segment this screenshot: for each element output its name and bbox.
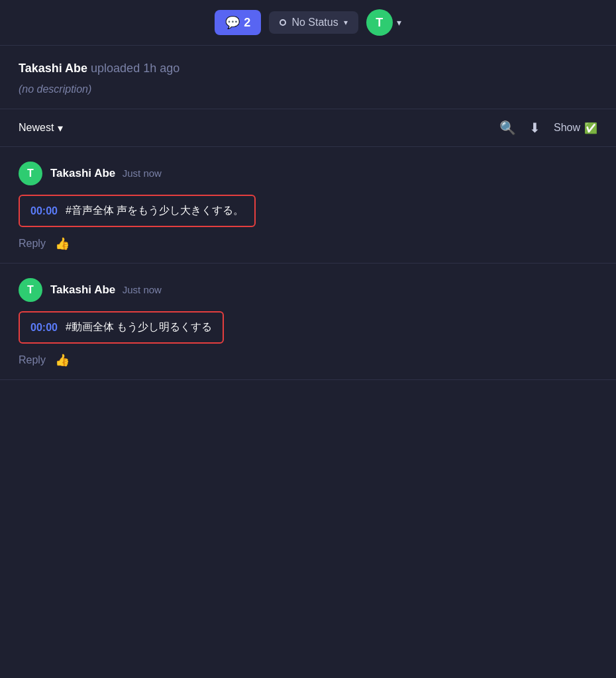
uploader-section: Takashi Abe uploaded 1h ago (no descript… xyxy=(0,46,616,109)
avatar-initial: T xyxy=(376,16,383,30)
reply-button-2[interactable]: Reply xyxy=(19,354,46,366)
comment-timestamp-2[interactable]: 00:00 xyxy=(30,322,58,334)
comment-bubble-1: 00:00 #音声全体 声をもう少し大きくする。 xyxy=(19,195,256,227)
comment-avatar-initial-2: T xyxy=(27,284,34,296)
sort-chevron-icon: ▾ xyxy=(58,122,63,134)
comment-user-info-2: Takashi Abe Just now xyxy=(50,283,162,297)
uploader-line: Takashi Abe uploaded 1h ago xyxy=(19,62,597,75)
sort-button[interactable]: Newest ▾ xyxy=(19,122,63,134)
comment-header-2: T Takashi Abe Just now xyxy=(19,278,597,302)
comment-item-1: T Takashi Abe Just now 00:00 #音声全体 声をもう少… xyxy=(0,147,616,264)
comment-time-1: Just now xyxy=(123,168,162,179)
user-avatar[interactable]: T xyxy=(366,9,393,36)
show-button[interactable]: Show ✅ xyxy=(554,122,597,134)
description-text: (no description) xyxy=(19,83,597,95)
status-label: No Status xyxy=(291,17,338,28)
download-icon[interactable]: ⬇ xyxy=(529,120,540,136)
search-icon[interactable]: 🔍 xyxy=(499,120,516,136)
filter-bar: Newest ▾ 🔍 ⬇ Show ✅ xyxy=(0,109,616,147)
comment-text-2: #動画全体 もう少し明るくする xyxy=(66,320,212,334)
like-button-1[interactable]: 👍 xyxy=(55,236,70,251)
sort-label: Newest xyxy=(19,122,54,134)
comment-timestamp-1[interactable]: 00:00 xyxy=(30,205,58,217)
show-label: Show xyxy=(554,122,580,134)
comment-actions-1: Reply 👍 xyxy=(19,236,597,251)
avatar-chevron-icon[interactable]: ▾ xyxy=(397,17,401,28)
uploader-meta: uploaded 1h ago xyxy=(91,62,180,75)
comment-section: T Takashi Abe Just now 00:00 #音声全体 声をもう少… xyxy=(0,147,616,380)
comment-avatar-1: T xyxy=(19,162,42,185)
comment-time-2: Just now xyxy=(123,284,162,295)
reply-button-1[interactable]: Reply xyxy=(19,238,46,250)
comment-avatar-initial-1: T xyxy=(27,168,34,179)
chat-icon: 💬 xyxy=(225,15,240,30)
comment-text-1: #音声全体 声をもう少し大きくする。 xyxy=(66,204,244,218)
comment-user-name-1: Takashi Abe xyxy=(50,167,115,179)
notification-count: 2 xyxy=(244,16,250,30)
comment-item-2: T Takashi Abe Just now 00:00 #動画全体 もう少し明… xyxy=(0,264,616,380)
show-check-icon: ✅ xyxy=(584,122,597,134)
status-button[interactable]: No Status ▾ xyxy=(269,11,358,34)
comment-header-1: T Takashi Abe Just now xyxy=(19,162,597,185)
status-chevron-icon: ▾ xyxy=(344,18,348,27)
comment-bubble-2: 00:00 #動画全体 もう少し明るくする xyxy=(19,311,224,344)
comment-user-info-1: Takashi Abe Just now xyxy=(50,167,162,180)
comment-avatar-2: T xyxy=(19,278,42,302)
notification-button[interactable]: 💬 2 xyxy=(215,10,261,35)
like-button-2[interactable]: 👍 xyxy=(55,353,70,367)
filter-actions: 🔍 ⬇ Show ✅ xyxy=(499,120,597,136)
uploader-name: Takashi Abe xyxy=(19,62,87,75)
top-bar: 💬 2 No Status ▾ T ▾ xyxy=(0,0,616,46)
comment-actions-2: Reply 👍 xyxy=(19,353,597,367)
comment-user-name-2: Takashi Abe xyxy=(50,283,115,296)
status-dot-icon xyxy=(280,19,286,26)
avatar-area: T ▾ xyxy=(366,9,401,36)
